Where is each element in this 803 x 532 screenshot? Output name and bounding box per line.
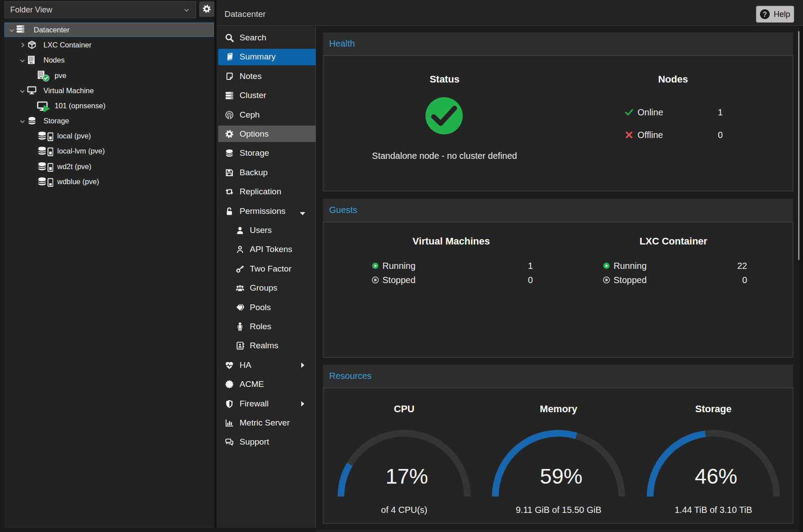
svg-text:?: ? — [763, 11, 767, 18]
